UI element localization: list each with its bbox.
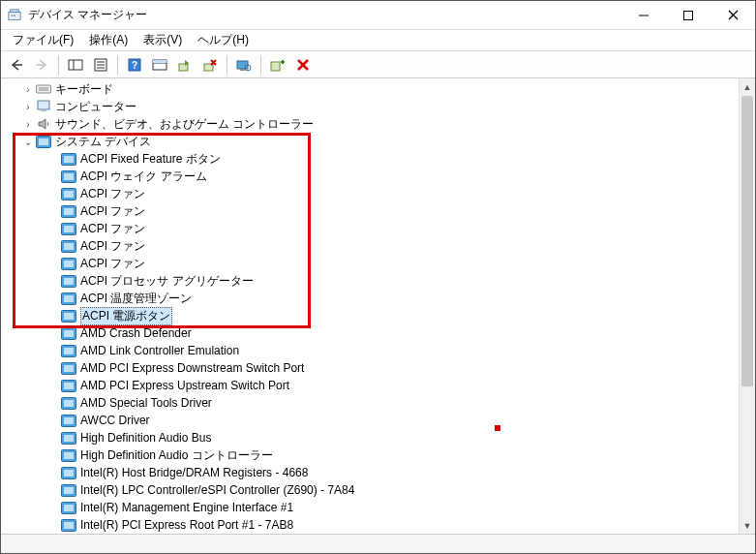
system-device-icon <box>61 238 76 254</box>
svg-line-6 <box>729 11 738 19</box>
svg-point-2 <box>12 15 14 16</box>
device-row[interactable]: ACPI 温度管理ゾーン <box>1 290 739 307</box>
device-row[interactable]: Intel(R) LPC Controller/eSPI Controller … <box>1 481 739 499</box>
scroll-down-icon[interactable]: ▼ <box>740 517 755 534</box>
uninstall-button[interactable] <box>198 53 222 77</box>
device-label: Intel(R) PCI Express Root Port #1 - 7AB8 <box>80 518 293 532</box>
device-label: AMD PCI Express Downstream Switch Port <box>80 361 304 375</box>
svg-point-3 <box>14 15 15 16</box>
category-label: システム デバイス <box>55 134 151 150</box>
add-legacy-button[interactable] <box>266 53 289 77</box>
svg-rect-51 <box>64 243 74 250</box>
device-row[interactable]: ACPI ファン <box>1 255 739 272</box>
update-driver-button[interactable] <box>173 53 197 77</box>
device-row[interactable]: ACPI ウェイク アラーム <box>1 168 739 185</box>
device-row[interactable]: AMD PCI Express Upstream Switch Port <box>1 377 739 394</box>
svg-rect-26 <box>240 69 245 71</box>
system-device-icon <box>61 430 76 446</box>
help-button[interactable]: ? <box>123 53 146 77</box>
svg-rect-21 <box>179 64 188 71</box>
device-row[interactable]: AMD Special Tools Driver <box>1 394 739 412</box>
device-manager-window: デバイス マネージャー ファイル(F) 操作(A) 表示(V) ヘルプ(H) <box>0 0 756 554</box>
app-icon <box>7 8 22 23</box>
device-row[interactable]: High Definition Audio コントローラー <box>1 446 739 464</box>
minimize-button[interactable] <box>621 1 666 29</box>
view-button[interactable] <box>148 53 171 77</box>
scan-hardware-button[interactable] <box>232 53 256 77</box>
system-device-icon <box>61 378 76 393</box>
svg-rect-55 <box>64 278 74 285</box>
statusbar <box>1 534 755 553</box>
device-row[interactable]: ACPI ファン <box>1 220 739 237</box>
svg-rect-61 <box>64 330 74 337</box>
device-row[interactable]: AMD Link Controller Emulation <box>1 342 739 359</box>
maximize-button[interactable] <box>666 1 711 29</box>
show-hide-tree-button[interactable] <box>64 53 87 77</box>
system-device-icon <box>61 291 76 306</box>
close-button[interactable] <box>711 1 755 29</box>
forward-button[interactable] <box>30 53 53 77</box>
svg-rect-65 <box>64 365 74 372</box>
device-row[interactable]: AMD PCI Express Downstream Switch Port <box>1 359 739 377</box>
menu-view[interactable]: 表示(V) <box>136 30 190 50</box>
scroll-up-icon[interactable]: ▲ <box>740 78 755 95</box>
collapse-icon[interactable]: ⌄ <box>22 136 34 147</box>
device-row[interactable]: ACPI ファン <box>1 237 739 255</box>
category-sound[interactable]: › サウンド、ビデオ、およびゲーム コントローラー <box>1 115 739 133</box>
svg-rect-83 <box>64 522 74 529</box>
scrollbar-thumb[interactable] <box>741 96 753 386</box>
device-label: AMD Special Tools Driver <box>80 396 212 410</box>
device-label: High Definition Audio Bus <box>80 431 211 445</box>
svg-rect-20 <box>153 60 166 63</box>
device-row[interactable]: Intel(R) PCI Express Root Port #1 - 7AB8 <box>1 516 739 534</box>
vertical-scrollbar[interactable]: ▲ ▼ <box>739 78 755 534</box>
device-label: ACPI 温度管理ゾーン <box>80 291 192 307</box>
system-device-icon <box>61 482 76 498</box>
svg-rect-67 <box>64 383 74 389</box>
svg-rect-79 <box>64 487 74 494</box>
device-tree[interactable]: › キーボード › コンピューター › サウンド、ビデオ、およびゲーム コントロ… <box>1 78 739 534</box>
category-computer[interactable]: › コンピューター <box>1 98 739 115</box>
computer-icon <box>36 99 51 114</box>
properties-button[interactable] <box>89 53 112 77</box>
device-label: AMD Link Controller Emulation <box>80 344 239 357</box>
device-row[interactable]: ACPI プロセッサ アグリゲーター <box>1 272 739 290</box>
device-label: ACPI ファン <box>80 221 145 237</box>
menu-help[interactable]: ヘルプ(H) <box>190 30 257 50</box>
svg-line-7 <box>729 11 738 19</box>
device-row[interactable]: ACPI ファン <box>1 185 739 202</box>
device-label: ACPI ファン <box>80 203 145 220</box>
device-row[interactable]: Intel(R) Host Bridge/DRAM Registers - 46… <box>1 464 739 481</box>
system-device-icon <box>61 395 76 411</box>
remove-button[interactable] <box>291 53 315 77</box>
device-row[interactable]: ACPI Fixed Feature ボタン <box>1 150 739 168</box>
device-label: ACPI ファン <box>80 256 145 272</box>
device-row[interactable]: High Definition Audio Bus <box>1 429 739 446</box>
system-device-icon <box>61 169 76 184</box>
svg-rect-33 <box>37 85 51 93</box>
expand-icon[interactable]: › <box>22 83 34 95</box>
menu-action[interactable]: 操作(A) <box>81 30 136 50</box>
device-label: AMD PCI Express Upstream Switch Port <box>80 379 289 392</box>
expand-icon[interactable]: › <box>22 118 34 130</box>
category-system[interactable]: ⌄ システム デバイス <box>1 133 739 150</box>
titlebar: デバイス マネージャー <box>1 1 755 30</box>
svg-rect-53 <box>64 261 74 267</box>
system-device-icon <box>61 186 76 201</box>
device-row[interactable]: AMD Crash Defender <box>1 324 739 342</box>
svg-rect-81 <box>64 505 74 511</box>
system-device-icon <box>36 134 51 149</box>
device-row[interactable]: AWCC Driver <box>1 412 739 429</box>
category-keyboard[interactable]: › キーボード <box>1 80 739 98</box>
device-row-selected[interactable]: ACPI 電源ボタン <box>1 307 739 324</box>
category-label: コンピューター <box>55 99 136 115</box>
expand-icon[interactable]: › <box>22 101 34 112</box>
menubar: ファイル(F) 操作(A) 表示(V) ヘルプ(H) <box>1 30 755 51</box>
menu-file[interactable]: ファイル(F) <box>5 30 81 50</box>
back-button[interactable] <box>5 53 28 77</box>
svg-rect-45 <box>64 191 74 198</box>
svg-rect-75 <box>64 452 74 459</box>
device-label: ACPI プロセッサ アグリゲーター <box>80 273 254 290</box>
device-row[interactable]: ACPI ファン <box>1 202 739 220</box>
device-row[interactable]: Intel(R) Management Engine Interface #1 <box>1 499 739 516</box>
